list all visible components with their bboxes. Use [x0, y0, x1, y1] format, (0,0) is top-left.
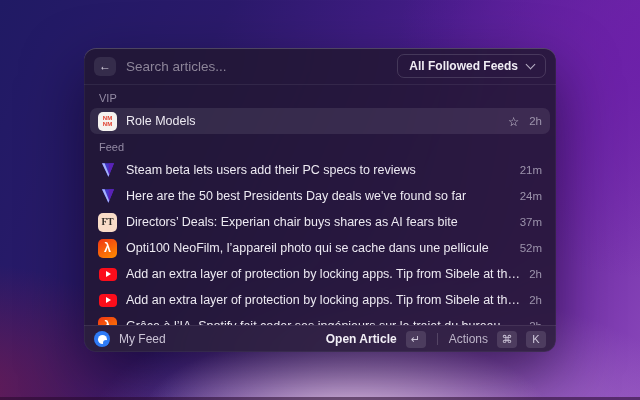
article-title: Here are the 50 best Presidents Day deal… [126, 189, 511, 203]
chevron-down-icon [526, 60, 536, 70]
results-list: VIPNMNMRole Models☆2hFeedSteam beta lets… [84, 85, 556, 325]
list-item[interactable]: Here are the 50 best Presidents Day deal… [90, 183, 550, 209]
footer-divider [437, 333, 438, 345]
article-time: 37m [520, 216, 542, 228]
section-label: VIP [90, 85, 550, 108]
feed-search-window: ← All Followed Feeds VIPNMNMRole Models☆… [84, 48, 556, 352]
article-title: Add an extra layer of protection by lock… [126, 293, 520, 307]
actions-button[interactable]: Actions [449, 332, 488, 346]
back-button[interactable]: ← [94, 57, 116, 76]
article-time: 2h [529, 268, 542, 280]
list-item[interactable]: λOpti100 NeoFilm, l’appareil photo qui s… [90, 235, 550, 261]
return-key-icon: ↵ [406, 331, 426, 348]
list-item[interactable]: λGrâce à l’IA, Spotify fait coder ses in… [90, 313, 550, 325]
list-item[interactable]: FTDirectors’ Deals: Experian chair buys … [90, 209, 550, 235]
article-title: Add an extra layer of protection by lock… [126, 267, 520, 281]
article-title: Opti100 NeoFilm, l’appareil photo qui se… [126, 241, 511, 255]
article-title: Directors’ Deals: Experian chair buys sh… [126, 215, 511, 229]
article-title: Steam beta lets users add their PC specs… [126, 163, 511, 177]
youtube-icon [98, 291, 117, 310]
k-key-icon: K [526, 331, 546, 348]
article-time: 52m [520, 242, 542, 254]
youtube-icon [98, 265, 117, 284]
list-item[interactable]: NMNMRole Models☆2h [90, 108, 550, 134]
numerama-icon: λ [98, 239, 117, 258]
list-item[interactable]: Add an extra layer of protection by lock… [90, 287, 550, 313]
feed-filter-dropdown[interactable]: All Followed Feeds [397, 54, 546, 78]
my-feed-icon [94, 331, 110, 347]
the-verge-icon [98, 187, 117, 206]
list-item[interactable]: Steam beta lets users add their PC specs… [90, 157, 550, 183]
role-models-favicon-icon: NMNM [98, 112, 117, 131]
article-time: 2h [529, 115, 542, 127]
list-item[interactable]: Add an extra layer of protection by lock… [90, 261, 550, 287]
the-verge-icon [98, 161, 117, 180]
article-time: 24m [520, 190, 542, 202]
section-label: Feed [90, 134, 550, 157]
feed-filter-label: All Followed Feeds [409, 59, 518, 73]
article-time: 2h [529, 294, 542, 306]
back-arrow-icon: ← [99, 59, 111, 73]
extension-name: My Feed [119, 332, 166, 346]
command-key-icon: ⌘ [497, 331, 517, 348]
numerama-icon: λ [98, 317, 117, 326]
search-bar: ← All Followed Feeds [84, 48, 556, 85]
star-icon: ☆ [508, 114, 519, 129]
footer-bar: My Feed Open Article ↵ Actions ⌘ K [84, 325, 556, 352]
open-article-button[interactable]: Open Article [326, 332, 397, 346]
search-input[interactable] [126, 59, 387, 74]
financial-times-icon: FT [98, 213, 117, 232]
article-time: 21m [520, 164, 542, 176]
article-title: Role Models [126, 114, 499, 128]
